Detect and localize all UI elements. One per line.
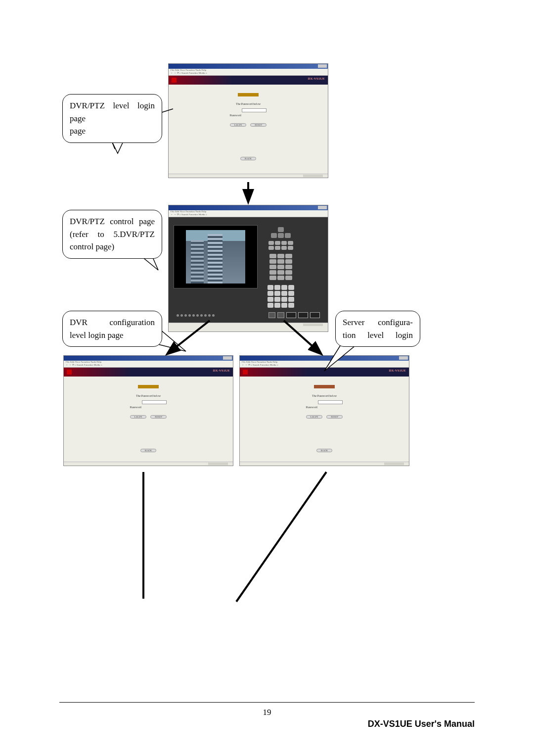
reset-button: RESET [326,415,343,419]
page-body: The Password below Password LOGIN RESET … [169,85,328,174]
window-toolbar: File Edit View Favorites Tools Help← → ⟳… [240,361,409,368]
callout-server-config-login: Server configura- tion level login [335,311,420,347]
window-toolbar: File Edit View Favorites Tools Help← → ⟳… [169,69,328,76]
callout-text: DVR configuration [70,316,155,329]
screenshot-server-config-login: File Edit View Favorites Tools Help← → ⟳… [239,355,409,466]
window-titlebar [240,356,409,361]
page-header: DX-VS1UE [169,76,328,85]
video-image [186,230,245,284]
password-input [242,108,267,112]
page-number: 19 [0,708,534,717]
reset-button: RESET [250,123,267,127]
playback-dots [177,314,267,317]
button-row: LOGIN RESET [169,119,328,128]
password-label: The Password below [240,394,409,397]
login-button: LOGIN [230,123,247,127]
button-row: LOGIN RESET [240,411,409,420]
manual-title: DX-VS1UE User's Manual [368,719,475,729]
page-banner [238,93,258,96]
preset-row [264,303,298,308]
back-button: BACK [316,449,332,452]
callout-text: DVR/PTZ level login page [70,99,155,125]
password-input [142,400,167,404]
callout-text: (refer to 5.DVR/PTZ [70,228,155,241]
window-statusbar [169,174,328,178]
password-label: The Password below [169,102,328,105]
ptz-row [264,254,298,258]
password-row: Password [169,108,328,117]
manual-page: DVR/PTZ level login page page File Edit … [0,0,534,756]
login-button: LOGIN [306,415,323,419]
window-titlebar [169,64,328,69]
playback-btn [298,312,308,318]
ptz-row [264,246,298,250]
screenshot-dvr-config-login: File Edit View Favorites Tools Help← → ⟳… [63,355,233,466]
svg-line-14 [236,472,326,602]
reset-button: RESET [150,415,167,419]
window-toolbar: File Edit View Favorites Tools Help← → ⟳… [64,361,233,368]
callout-text-2: page [70,125,155,138]
callout-dvr-ptz-login: DVR/PTZ level login page page [62,94,162,143]
playback-btn [268,312,275,318]
window-toolbar: File Edit View Favorites Tools Help← → ⟳… [169,210,328,217]
password-row: Password [64,400,233,409]
back-row: BACK [240,444,409,453]
page-body: The Password below Password LOGIN RESET … [64,377,233,462]
callout-text: control page) [70,240,155,253]
window-statusbar [64,462,233,466]
footer-rule [59,702,475,703]
callout-text: level login page [70,329,155,342]
button-row: LOGIN RESET [64,411,233,420]
ptz-row [264,259,298,264]
ptz-dpad [268,227,293,238]
page-banner [314,385,334,388]
ptz-row [264,265,298,269]
callout-text: tion level login [343,329,413,342]
playback-bar [174,311,323,320]
preset-row [264,297,298,302]
password-input [318,400,343,404]
playback-btn [310,312,320,318]
back-row: BACK [64,444,233,453]
window-statusbar [169,323,328,331]
callout-text: Server configura- [343,316,413,329]
password-label: The Password below [64,394,233,397]
page-banner [138,385,158,388]
preset-row [264,285,298,290]
video-preview [174,225,258,288]
ptz-controls [264,225,298,308]
ptz-row [264,241,298,245]
preset-row [264,291,298,296]
window-titlebar [169,205,328,210]
control-main [174,225,323,308]
screenshot-dvr-ptz-control: File Edit View Favorites Tools Help← → ⟳… [168,205,328,332]
window-titlebar [64,356,233,361]
password-row: Password [240,400,409,409]
ptz-row [264,276,298,280]
ptz-row [264,270,298,275]
playback-btn [286,312,296,318]
callout-dvr-config-login: DVR configuration level login page [62,311,162,347]
window-statusbar [240,462,409,466]
page-body: The Password below Password LOGIN RESET … [240,377,409,462]
playback-btn [277,312,284,318]
page-header: DX-VS1UE [240,368,409,377]
callout-text: DVR/PTZ control page [70,215,155,228]
callout-dvr-ptz-control: DVR/PTZ control page (refer to 5.DVR/PTZ… [62,210,162,259]
back-button: BACK [140,449,156,452]
screenshot-dvr-ptz-login: File Edit View Favorites Tools Help← → ⟳… [168,63,328,178]
page-header: DX-VS1UE [64,368,233,377]
back-row: BACK [169,152,328,161]
control-body [169,217,328,323]
back-button: BACK [240,157,256,160]
login-button: LOGIN [130,415,147,419]
